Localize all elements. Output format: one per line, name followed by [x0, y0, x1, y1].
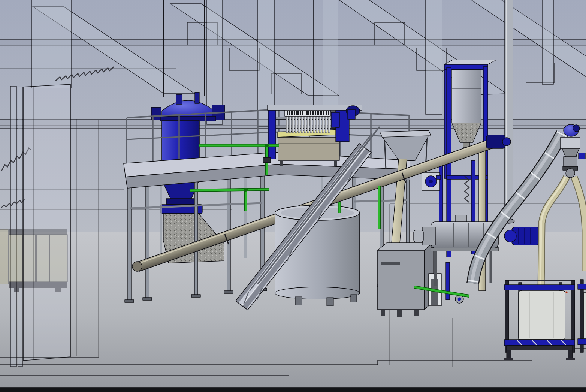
- blue-fan[interactable]: [422, 172, 441, 190]
- bottom-band: [0, 388, 586, 392]
- head-duct: [564, 157, 577, 166]
- tank-foot: [327, 298, 333, 306]
- frame-top-beam: [578, 284, 586, 289]
- cad-viewport: Perspective CAD visualization of an indu…: [0, 0, 586, 392]
- silo-body: [452, 70, 481, 123]
- press-motor-mount: [348, 109, 355, 119]
- discharger-flange: [166, 199, 196, 205]
- head-side-inlet: [579, 153, 585, 159]
- tank-foot: [295, 297, 302, 305]
- machine-topbox: [456, 215, 467, 223]
- cabinet-front: [378, 250, 424, 310]
- vessel-nozzle: [176, 94, 182, 104]
- frame-foot-pad: [566, 358, 575, 360]
- head-box: [561, 137, 580, 148]
- cabinet-foot: [397, 310, 402, 317]
- red-pin: [566, 292, 568, 293]
- machine-endbox: [423, 227, 435, 245]
- frame-foot: [568, 350, 573, 358]
- pipe-elbow: [265, 144, 269, 147]
- conveyor-endcap: [132, 262, 142, 271]
- ghost-post: [18, 87, 22, 367]
- conveyor-motor-cap: [502, 138, 511, 146]
- press-stand: [278, 137, 339, 160]
- cabinet-slot: [381, 262, 400, 265]
- cabinet-foot: [381, 310, 385, 316]
- frame-lower-beam: [507, 346, 573, 350]
- cabinet-foot: [414, 310, 419, 316]
- control-cabinet[interactable]: [378, 243, 433, 317]
- glass-wall[interactable]: [23, 84, 70, 361]
- vertical-duct[interactable]: [505, 0, 513, 222]
- ghost-column: [32, 0, 71, 88]
- frame-base-beam: [504, 340, 575, 346]
- tank-foot: [351, 295, 357, 302]
- pipe-valve[interactable]: [263, 157, 271, 163]
- plate-pack: [286, 115, 330, 133]
- pipe-elbow: [244, 188, 248, 192]
- vessel-nozzle: [195, 92, 199, 103]
- ghost-column: [426, 0, 442, 114]
- press-column-left: [268, 109, 276, 159]
- big-bag: [584, 292, 586, 338]
- bottom-edge-line: [0, 387, 586, 388]
- frame-foot-pad: [504, 358, 513, 360]
- rack-top-cap: [444, 60, 496, 64]
- tank-bottom: [275, 287, 360, 299]
- head-motor-cap: [573, 125, 580, 132]
- diverter-valve: [566, 169, 575, 178]
- machine-motor-small: [414, 230, 423, 242]
- vessel-flange: [160, 116, 216, 121]
- frame-base-beam: [578, 339, 586, 345]
- press-leg: [280, 160, 283, 166]
- frame-top-beam: [504, 285, 575, 290]
- press-leg: [334, 160, 337, 166]
- ghost-column: [323, 0, 338, 109]
- ghost-column: [542, 0, 553, 84]
- ghost-post: [10, 86, 16, 367]
- big-bag: [519, 291, 565, 340]
- hydraulic-block: [331, 112, 339, 127]
- plant-3d-render: Perspective CAD visualization of an indu…: [0, 0, 586, 392]
- frame-foot: [507, 350, 511, 358]
